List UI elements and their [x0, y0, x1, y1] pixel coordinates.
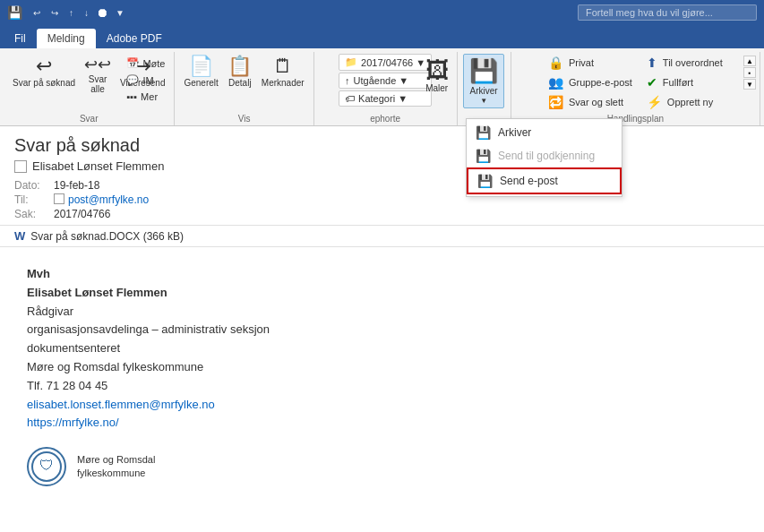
ribbon: ↩ Svar på søknad ↩↩ Svaralle ↪ Videresen…	[0, 48, 764, 126]
svar-slett-icon: 🔁	[548, 95, 563, 109]
til-overordnet-label: Til overordnet	[663, 57, 723, 68]
svar-alle-label: Svaralle	[89, 74, 107, 94]
arkiver-arrow: ▼	[480, 97, 487, 105]
mer-button[interactable]: ▪▪▪ Mer	[123, 90, 168, 104]
tab-adobe-pdf[interactable]: Adobe PDF	[96, 29, 173, 48]
generelt-label: Generelt	[184, 78, 218, 88]
ephorte-group-label: ephorte	[314, 114, 457, 124]
svar-label: Svar på søknad	[13, 78, 75, 88]
attachment-bar: W Svar på søknad.DOCX (366 kB)	[0, 226, 764, 247]
body-email-link[interactable]: elisabet.lonset.flemmen@mrfylke.no	[27, 398, 215, 411]
detalj-label: Detalj	[228, 78, 252, 88]
maler-icon: 🖼	[425, 58, 449, 82]
utgaende-button[interactable]: ↑ Utgående ▼	[339, 73, 432, 89]
arkiver-icon: 💾	[469, 57, 498, 85]
logo-emblem: 🛡	[27, 447, 66, 486]
dropdown-menu: 💾 Arkiver 💾 Send til godkjenning 💾 Send …	[466, 118, 622, 197]
detalj-button[interactable]: 📋 Detalj	[224, 54, 256, 90]
attachment-name[interactable]: Svar på søknad.DOCX (366 kB)	[30, 230, 184, 243]
scroll-mid-button[interactable]: ▪	[743, 67, 756, 78]
opprett-ny-button[interactable]: ⚡ Opprett ny	[641, 93, 728, 111]
arkiver-button[interactable]: 💾 Arkiver ▼	[463, 54, 504, 108]
ribbon-group-ephorte: 📁 2017/04766 ▼ ↑ Utgående ▼ 🏷 Kategori ▼…	[314, 52, 458, 125]
mote-label: Møte	[142, 58, 165, 69]
dropdown-send-godkjenning: 💾 Send til godkjenning	[467, 144, 622, 167]
svar-alle-button[interactable]: ↩↩ Svaralle	[81, 54, 115, 97]
merknader-icon: 🗒	[273, 56, 293, 76]
generelt-button[interactable]: 📄 Generelt	[180, 54, 221, 90]
merknader-button[interactable]: 🗒 Merknader	[258, 54, 308, 90]
gruppe-epost-button[interactable]: 👥 Gruppe-e-post	[543, 73, 638, 91]
kategori-button[interactable]: 🏷 Kategori ▼	[339, 90, 432, 107]
email-subject: Svar på søknad	[14, 135, 750, 156]
tab-fil[interactable]: Fil	[4, 29, 37, 48]
email-from: Elisabet Lønset Flemmen	[14, 159, 750, 173]
logo-text: Møre og Romsdal fylkeskommune	[77, 453, 155, 481]
til-label: Til:	[14, 193, 50, 206]
generelt-icon: 📄	[189, 56, 213, 76]
scroll-up-button[interactable]: ▲	[743, 56, 756, 66]
year-folder-label: 2017/04766 ▼	[361, 57, 425, 68]
scroll-arrows: ▲ ▪ ▼	[743, 56, 756, 90]
til-overordnet-icon: ⬆	[647, 56, 657, 70]
sak-label: Sak:	[14, 208, 50, 220]
body-website-link[interactable]: https://mrfylke.no/	[27, 416, 119, 429]
dato-value: 19-feb-18	[54, 179, 99, 192]
svar-button[interactable]: ↩ Svar på søknad	[9, 54, 79, 90]
email-header: Svar på søknad Elisabet Lønset Flemmen D…	[0, 126, 764, 226]
body-title: Rådgivar	[27, 303, 737, 322]
dropdown-send-epost-label: Send e-post	[500, 175, 558, 187]
privat-label: Privat	[569, 57, 594, 68]
til-value[interactable]: post@mrfylke.no	[68, 193, 149, 206]
kategori-icon: 🏷	[345, 93, 355, 104]
mote-button[interactable]: 📅 Møte	[123, 56, 168, 71]
document-icon: 📁	[345, 56, 357, 68]
logo-svg: 🛡	[30, 450, 63, 483]
body-mvh: Mvh	[27, 265, 737, 284]
right-col2: ⬆ Til overordnet ✔ Fullført ⚡ Opprett ny	[641, 54, 728, 111]
dropdown-arkiver[interactable]: 💾 Arkiver	[467, 121, 622, 144]
meta-sak: Sak: 2017/04766	[14, 207, 750, 221]
svar-icon: ↩	[36, 56, 52, 76]
email-meta: Dato: 19-feb-18 Til: post@mrfylke.no Sak…	[14, 178, 750, 221]
tab-melding[interactable]: Melding	[37, 29, 96, 48]
til-overordnet-button[interactable]: ⬆ Til overordnet	[641, 54, 728, 72]
detalj-icon: 📋	[227, 56, 252, 76]
ribbon-group-arkiver: 💾 Arkiver ▼	[458, 52, 511, 125]
kategori-label: Kategori ▼	[358, 93, 408, 104]
up-button[interactable]: ↑	[65, 6, 77, 20]
svar-slett-button[interactable]: 🔁 Svar og slett	[543, 93, 638, 111]
scroll-down-button[interactable]: ▼	[743, 79, 756, 90]
dropdown-send-epost[interactable]: 💾 Send e-post	[467, 167, 622, 194]
im-button[interactable]: 💬 IM	[123, 73, 168, 88]
more-button[interactable]: ▼	[112, 6, 128, 20]
dropdown-send-epost-icon: 💾	[477, 174, 493, 188]
right-col1: 🔒 Privat 👥 Gruppe-e-post 🔁 Svar og slett	[543, 54, 638, 111]
mer-label: Mer	[141, 91, 158, 102]
body-phone: Tlf. 71 28 04 45	[27, 377, 737, 396]
dropdown-arkiver-label: Arkiver	[498, 126, 531, 139]
privat-button[interactable]: 🔒 Privat	[543, 54, 638, 72]
sender-name: Elisabet Lønset Flemmen	[32, 159, 164, 173]
svg-text:🛡: 🛡	[39, 458, 54, 473]
redo-button[interactable]: ↪	[47, 6, 62, 20]
gruppe-epost-icon: 👥	[548, 75, 563, 90]
search-input[interactable]	[578, 4, 757, 21]
arkiver-wrapper: 💾 Arkiver ▼	[463, 54, 504, 123]
ribbon-group-right: 🔒 Privat 👥 Gruppe-e-post 🔁 Svar og slett…	[511, 52, 760, 125]
title-bar-controls: ↩ ↪ ↑ ↓ ⏺ ▼	[30, 5, 128, 20]
svar-group-label: Svar	[4, 114, 174, 124]
year-folder-button[interactable]: 📁 2017/04766 ▼	[339, 54, 432, 71]
opprett-ny-label: Opprett ny	[667, 97, 713, 107]
merknader-label: Merknader	[262, 78, 305, 88]
fullfort-button[interactable]: ✔ Fullført	[641, 73, 728, 91]
undo-button[interactable]: ↩	[30, 6, 44, 20]
maler-button[interactable]: 🖼 Maler	[421, 56, 453, 96]
meta-til: Til: post@mrfylke.no	[14, 193, 750, 207]
ribbon-group-vis: 📄 Generelt 📋 Detalj 🗒 Merknader Vis	[175, 52, 313, 125]
down-button[interactable]: ↓	[81, 6, 92, 20]
body-dept: dokumentsenteret	[27, 339, 737, 358]
fullfort-label: Fullført	[663, 77, 693, 88]
meta-dato: Dato: 19-feb-18	[14, 178, 750, 193]
loading-icon: ⏺	[96, 5, 108, 20]
